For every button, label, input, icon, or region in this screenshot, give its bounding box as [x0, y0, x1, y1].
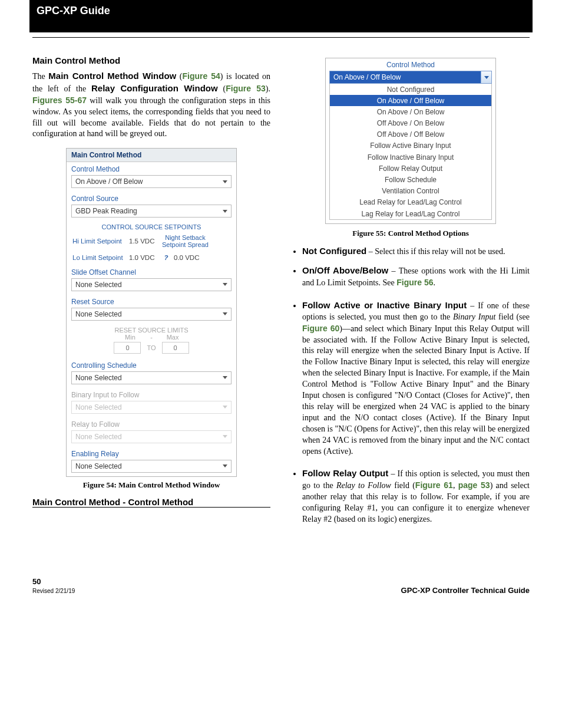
- dropdown-option[interactable]: Not Configured: [330, 84, 491, 95]
- label-night-setback: Night SetbackSetpoint Spread: [162, 234, 209, 248]
- input-reset-max: 0: [162, 342, 189, 354]
- caption-figure-55: Figure 55: Control Method Options: [292, 229, 530, 238]
- bullet-not-configured: Not Configured – Select this if this rel…: [302, 245, 530, 258]
- value-night-setback[interactable]: 0.0 VDC: [174, 254, 203, 261]
- header-rule: [32, 37, 530, 38]
- label-reset-source: Reset Source: [67, 295, 236, 308]
- select-value: None Selected: [75, 374, 122, 382]
- chevron-down-icon: [223, 435, 227, 438]
- intro-text: (: [176, 72, 182, 81]
- select-control-method-expanded[interactable]: On Above / Off Below: [329, 71, 492, 84]
- label-control-source: Control Source: [67, 192, 236, 205]
- select-value: None Selected: [75, 433, 122, 441]
- bullet-follow-relay-output: Follow Relay Output – If this option is …: [302, 467, 530, 525]
- term-relay-configuration-window: Relay Configuration Window: [91, 83, 218, 93]
- term: On/Off Above/Below: [302, 265, 388, 275]
- chevron-down-icon: [223, 465, 227, 467]
- label-lo-limit: Lo Limit Setpoint: [72, 254, 125, 261]
- intro-text: ).: [266, 84, 270, 93]
- bullet-on-off-above-below: On/Off Above/Below – These options work …: [302, 265, 530, 289]
- dropdown-option[interactable]: Follow Active Binary Input: [330, 140, 491, 151]
- value-lo-limit[interactable]: 1.0 VDC: [129, 254, 158, 261]
- label-slide-offset-channel: Slide Offset Channel: [67, 265, 236, 278]
- em-binary-input: Binary Input: [453, 312, 495, 321]
- link-figure-53[interactable]: Figure 53: [226, 84, 266, 93]
- row-lo-limit-setpoint: Lo Limit Setpoint 1.0 VDC ? 0.0 VDC: [67, 252, 236, 265]
- label-control-method: Control Method: [326, 58, 495, 71]
- dropdown-option[interactable]: Off Above / On Below: [330, 118, 491, 129]
- control-method-bullet-list: Not Configured – Select this if this rel…: [292, 245, 530, 525]
- label-enabling-relay: Enabling Relay: [67, 447, 236, 460]
- select-relay-to-follow: None Selected: [71, 430, 232, 443]
- dropdown-option[interactable]: Follow Schedule: [330, 174, 491, 186]
- select-value: On Above / Off Below: [333, 73, 401, 81]
- group-reset-source-limits: RESET SOURCE LIMITS Min - Max: [67, 324, 236, 341]
- select-control-source[interactable]: GBD Peak Reading: [71, 205, 232, 218]
- left-column: Main Control Method The Main Control Met…: [32, 55, 270, 536]
- revision-date: Revised 2/21/19: [32, 588, 75, 594]
- sub-heading-control-method: Main Control Method - Control Method: [32, 497, 270, 507]
- reset-limits-row: 0 TO 0: [67, 341, 236, 358]
- dropdown-option[interactable]: Lead Relay for Lead/Lag Control: [330, 197, 491, 208]
- running-title: GPC-XP Controller Technical Guide: [401, 586, 530, 595]
- term: Not Configured: [302, 246, 366, 256]
- right-column: Control Method On Above / Off Below Not …: [292, 55, 530, 536]
- label-hi-limit: Hi Limit Setpoint: [72, 238, 125, 245]
- chevron-down-icon[interactable]: [481, 71, 491, 83]
- dropdown-option[interactable]: Follow Inactive Binary Input: [330, 151, 491, 163]
- dropdown-option[interactable]: Ventilation Control: [330, 186, 491, 197]
- chevron-down-icon: [223, 376, 227, 379]
- chevron-down-icon: [223, 406, 227, 409]
- select-reset-source[interactable]: None Selected: [71, 308, 232, 321]
- select-value: None Selected: [75, 403, 122, 411]
- link-figure-56[interactable]: Figure 56: [396, 278, 433, 287]
- text: .: [433, 278, 435, 287]
- chevron-down-icon: [223, 180, 227, 183]
- chevron-down-icon: [223, 283, 227, 286]
- bullet-follow-binary-input: Follow Active or Inactive Binary Input –…: [302, 299, 530, 457]
- select-enabling-relay[interactable]: None Selected: [71, 460, 232, 473]
- group-control-source-setpoints: CONTROL SOURCE SETPOINTS: [67, 221, 236, 233]
- select-control-method[interactable]: On Above / Off Below: [71, 175, 232, 188]
- select-value: None Selected: [75, 310, 122, 318]
- link-page-53[interactable]: page 53: [458, 480, 490, 490]
- label-control-method: Control Method: [67, 162, 236, 175]
- dropdown-option[interactable]: Lag Relay for Lead/Lag Control: [330, 208, 491, 219]
- link-figure-54[interactable]: Figure 54: [183, 71, 220, 81]
- main-control-method-panel: Main Control Method Control Method On Ab…: [66, 148, 237, 476]
- text: – Select this if this relay will not be …: [366, 247, 505, 256]
- term: Follow Active or Inactive Binary Input: [302, 300, 467, 310]
- dropdown-option[interactable]: Follow Relay Output: [330, 163, 491, 174]
- link-figure-60[interactable]: Figure 60: [302, 324, 339, 333]
- text: )—and select which Binary Input this Rel…: [302, 324, 530, 456]
- term-main-control-method-window: Main Control Method Window: [48, 71, 176, 81]
- label-relay-to-follow: Relay to Follow: [67, 417, 236, 430]
- select-slide-offset-channel[interactable]: None Selected: [71, 278, 232, 291]
- select-value: On Above / Off Below: [75, 177, 143, 186]
- label-controlling-schedule: Controlling Schedule: [67, 358, 236, 371]
- page-footer: 50 Revised 2/21/19 GPC-XP Controller Tec…: [32, 577, 530, 595]
- section-heading-main-control-method: Main Control Method: [32, 55, 270, 65]
- select-value: None Selected: [75, 281, 122, 289]
- dropdown-option[interactable]: On Above / On Below: [330, 106, 491, 117]
- control-method-dropdown-expanded: Control Method On Above / Off Below Not …: [325, 58, 496, 224]
- select-value: None Selected: [75, 462, 122, 470]
- intro-text: (: [218, 84, 226, 93]
- row-hi-limit-setpoint: Hi Limit Setpoint 1.5 VDC Night SetbackS…: [67, 233, 236, 252]
- header-title: GPC-XP Guide: [37, 5, 110, 17]
- chevron-down-icon: [223, 312, 227, 315]
- em-relay-to-follow: Relay to Follow: [336, 481, 391, 490]
- dropdown-list[interactable]: Not ConfiguredOn Above / Off BelowOn Abo…: [329, 84, 492, 220]
- text: ,: [453, 481, 458, 490]
- select-controlling-schedule[interactable]: None Selected: [71, 371, 232, 384]
- dropdown-option[interactable]: Off Above / Off Below: [330, 129, 491, 140]
- dropdown-option[interactable]: On Above / Off Below: [330, 95, 491, 106]
- intro-paragraph: The Main Control Method Window (Figure 5…: [32, 70, 270, 140]
- intro-text: The: [32, 72, 48, 81]
- link-figure-61[interactable]: Figure 61: [415, 480, 453, 490]
- help-icon[interactable]: ?: [162, 253, 170, 262]
- select-binary-input-to-follow: None Selected: [71, 401, 232, 414]
- value-hi-limit[interactable]: 1.5 VDC: [129, 238, 158, 245]
- select-value: GBD Peak Reading: [75, 207, 137, 215]
- link-figures-55-67[interactable]: Figures 55-67: [32, 95, 87, 105]
